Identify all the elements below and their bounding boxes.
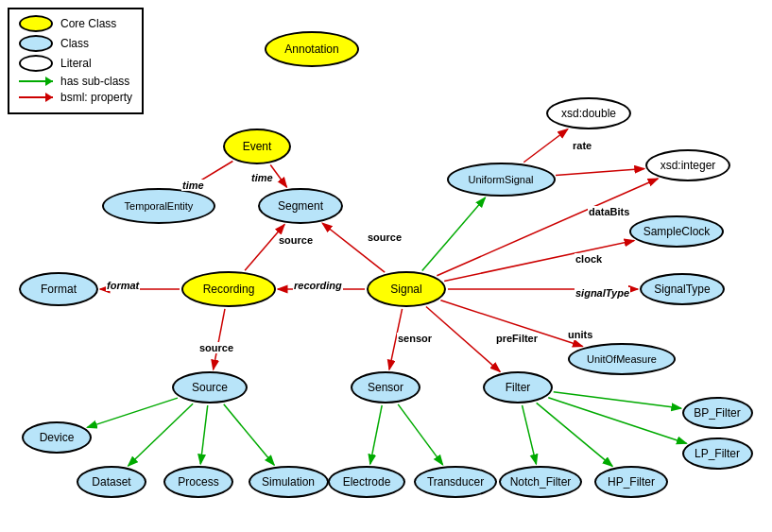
svg-line-17 (129, 403, 193, 466)
legend-green-arrow (19, 80, 53, 82)
edge-label-signalType: signalType (575, 287, 630, 299)
edge-label-preFilter: preFilter (495, 333, 539, 344)
legend-property: bsml: property (19, 91, 132, 104)
edge-label-clock: clock (575, 253, 603, 265)
edge-label-source: source (198, 342, 234, 353)
legend-core: Core Class (19, 15, 132, 32)
svg-line-21 (398, 404, 442, 465)
edge-label-dataBits: dataBits (588, 206, 630, 217)
node-Event: Event (223, 129, 291, 164)
node-HP_Filter: HP_Filter (594, 466, 668, 498)
legend-literal-label: Literal (60, 57, 92, 70)
legend-core-label: Core Class (60, 17, 116, 30)
node-UniformSignal: UniformSignal (447, 163, 556, 197)
node-BP_Filter: BP_Filter (682, 397, 753, 429)
svg-line-2 (556, 168, 644, 175)
node-Sensor: Sensor (351, 371, 420, 403)
node-Annotation: Annotation (265, 31, 359, 67)
node-Format: Format (19, 272, 98, 306)
edge-label-source: source (367, 232, 403, 243)
node-Source: Source (172, 371, 248, 403)
legend-subclass-label: has sub-class (60, 75, 129, 88)
node-Dataset: Dataset (77, 466, 146, 498)
node-Segment: Segment (258, 188, 343, 224)
node-Process: Process (163, 466, 233, 498)
edge-label-format: format (106, 280, 140, 291)
legend-literal: Literal (19, 55, 132, 72)
edge-label-time: time (181, 180, 205, 191)
legend: Core Class Class Literal has sub-class b… (8, 8, 144, 114)
legend-subclass: has sub-class (19, 75, 132, 88)
node-UnitOfMeasure: UnitOfMeasure (568, 343, 676, 375)
node-Simulation: Simulation (249, 466, 329, 498)
svg-line-16 (87, 398, 178, 427)
legend-class-oval (19, 35, 53, 52)
svg-line-3 (444, 241, 634, 282)
edge-label-sensor: sensor (397, 333, 433, 344)
legend-red-arrow (19, 96, 53, 98)
node-Electrode: Electrode (328, 466, 405, 498)
svg-line-19 (224, 404, 274, 465)
legend-property-label: bsml: property (60, 91, 132, 104)
svg-line-0 (422, 197, 486, 270)
svg-line-25 (554, 392, 681, 408)
legend-class-label: Class (60, 37, 89, 50)
edge-label-time: time (250, 172, 274, 183)
svg-line-12 (214, 309, 225, 369)
edge-label-recording: recording (293, 280, 343, 291)
edge-label-source: source (278, 234, 314, 246)
svg-line-20 (370, 405, 382, 464)
node-xsd_double: xsd:double (546, 97, 631, 129)
svg-line-1 (523, 129, 567, 163)
svg-line-13 (245, 225, 284, 271)
node-LP_Filter: LP_Filter (682, 438, 753, 470)
legend-class: Class (19, 35, 132, 52)
node-Filter: Filter (483, 371, 553, 403)
node-Recording: Recording (181, 271, 276, 307)
svg-line-18 (200, 405, 207, 464)
node-TemporalEntity: TemporalEntity (102, 188, 215, 224)
node-Transducer: Transducer (414, 466, 497, 498)
svg-line-22 (523, 405, 537, 464)
edge-label-rate: rate (572, 140, 592, 151)
node-Device: Device (22, 421, 92, 454)
node-SampleClock: SampleClock (629, 215, 724, 248)
node-SignalType: SignalType (640, 273, 725, 305)
edge-label-units: units (567, 329, 593, 340)
node-Signal: Signal (367, 271, 446, 307)
node-xsd_integer: xsd:integer (645, 149, 730, 181)
legend-literal-oval (19, 55, 53, 72)
node-Notch_Filter: Notch_Filter (499, 466, 582, 498)
svg-line-7 (426, 306, 500, 371)
legend-core-oval (19, 15, 53, 32)
svg-line-23 (537, 403, 612, 466)
svg-line-24 (548, 398, 686, 444)
